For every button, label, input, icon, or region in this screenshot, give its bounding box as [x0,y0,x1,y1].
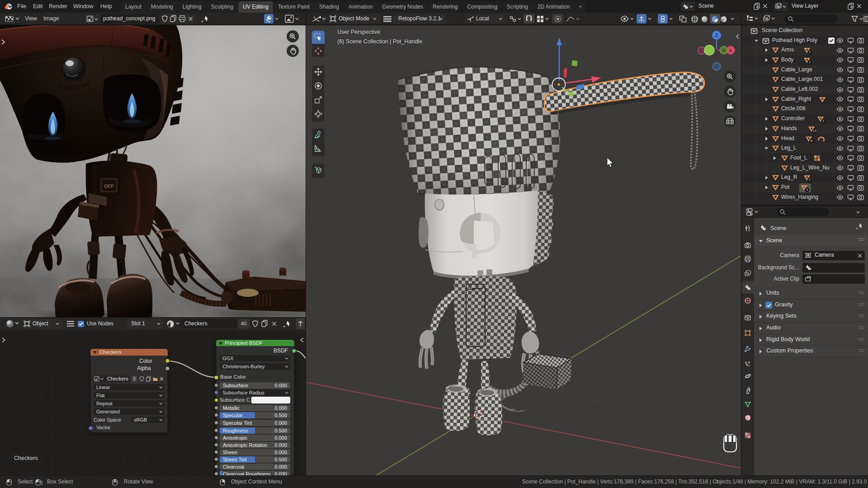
svg-text:X: X [729,48,732,53]
svg-text:Z: Z [715,33,718,38]
svg-text:Y: Y [722,48,725,53]
svg-text:OFF: OFF [104,183,114,189]
